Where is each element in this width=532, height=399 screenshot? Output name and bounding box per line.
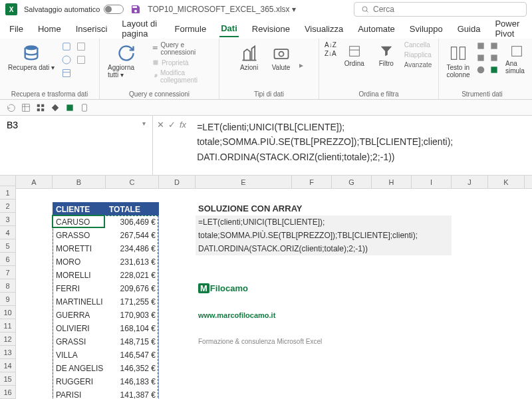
col-header-K[interactable]: K [488, 176, 525, 188]
cell[interactable]: Formazione & consulenza Microsoft Excel [196, 335, 362, 348]
cell[interactable]: 141,387 € [106, 388, 159, 399]
column-headers[interactable]: ABCDEFGHIJK [16, 176, 532, 189]
menu-formule[interactable]: Formule [174, 21, 208, 37]
row-header-16[interactable]: 16 [0, 386, 15, 399]
cell[interactable]: VILLA [53, 348, 106, 362]
cell[interactable]: 146,547 € [106, 348, 159, 362]
cell[interactable]: 170,903 € [106, 309, 159, 322]
cell[interactable]: 234,486 € [106, 242, 159, 255]
formula-input[interactable]: =LET(clienti;UNICI(TBL[CLIENTE]); totale… [190, 116, 532, 175]
cell[interactable]: 148,715 € [106, 335, 159, 348]
spreadsheet[interactable]: 12345678910111213141516 ABCDEFGHIJK CLIE… [0, 176, 532, 399]
cell[interactable]: TOTALE [106, 202, 159, 215]
cell[interactable]: MORO [53, 255, 106, 269]
col-header-D[interactable]: D [159, 176, 196, 188]
existing-icon[interactable] [76, 55, 86, 65]
search-box[interactable] [354, 2, 527, 17]
menu-layout[interactable]: Layout di pagina [120, 16, 161, 41]
cell[interactable]: 171,255 € [106, 295, 159, 309]
sort-asc-icon[interactable]: A↓Z [325, 41, 336, 49]
cancel-formula-icon[interactable]: ✕ [157, 120, 164, 130]
query-conn-button[interactable]: Query e connessioni [152, 41, 213, 56]
cell[interactable]: 209,676 € [106, 282, 159, 295]
relations-icon[interactable] [489, 53, 499, 63]
row-header-11[interactable]: 11 [0, 319, 15, 332]
testo-colonne-button[interactable]: Testo in colonne [444, 41, 472, 81]
row-header-4[interactable]: 4 [0, 226, 15, 239]
aggiorna-button[interactable]: Aggiorna tutti ▾ [105, 41, 148, 81]
from-web-icon[interactable] [61, 55, 72, 65]
menu-inserisci[interactable]: Inserisci [74, 21, 109, 37]
cell[interactable]: 146,352 € [106, 362, 159, 375]
col-header-B[interactable]: B [53, 176, 106, 188]
menu-dati[interactable]: Dati [219, 21, 239, 37]
cell[interactable]: MARTINELLI [53, 295, 106, 309]
recent-icon[interactable] [76, 41, 86, 52]
filtro-button[interactable]: Filtro [372, 41, 400, 70]
cell[interactable]: 267,544 € [106, 229, 159, 242]
cell[interactable]: GRASSO [53, 229, 106, 242]
name-box-input[interactable] [7, 120, 142, 130]
col-header-I[interactable]: I [412, 176, 452, 188]
fx-icon[interactable]: fx [180, 120, 186, 130]
ordina-button[interactable]: Ordina [340, 41, 368, 70]
row-header-6[interactable]: 6 [0, 253, 15, 266]
undo-icon[interactable] [7, 103, 16, 112]
remove-dup-icon[interactable] [476, 53, 485, 63]
cell[interactable]: 168,104 € [106, 322, 159, 335]
cell[interactable]: MFilocamo [196, 282, 329, 295]
col-header-C[interactable]: C [106, 176, 159, 188]
name-box[interactable]: ▾ [0, 116, 153, 175]
autosave-toggle[interactable]: Salvataggio automatico [24, 5, 124, 14]
cell[interactable]: PARISI [53, 388, 106, 399]
select-all-corner[interactable] [0, 176, 16, 186]
cell[interactable]: 228,021 € [106, 269, 159, 282]
menu-visualizza[interactable]: Visualizza [303, 21, 344, 37]
search-input[interactable] [373, 5, 519, 14]
col-header-E[interactable]: E [196, 176, 292, 188]
chevron-down-icon[interactable]: ▾ [142, 120, 146, 127]
cell[interactable]: DE ANGELIS [53, 362, 106, 375]
table-icon[interactable] [21, 103, 31, 112]
cell[interactable]: www.marcofilocamo.it [196, 309, 329, 322]
avanzate-button[interactable]: Avanzate [404, 61, 432, 68]
insert-icon[interactable] [65, 103, 74, 112]
row-header-7[interactable]: 7 [0, 266, 15, 279]
cell[interactable]: CLIENTE [53, 202, 106, 215]
row-header-13[interactable]: 13 [0, 346, 15, 359]
sort-desc-icon[interactable]: Z↓A [325, 50, 336, 57]
cell[interactable]: GRASSI [53, 335, 106, 348]
row-header-2[interactable]: 2 [0, 200, 15, 213]
cell[interactable]: SOLUZIONE CON ARRAY [196, 202, 395, 215]
menu-home[interactable]: Home [37, 21, 63, 37]
col-header-J[interactable]: J [452, 176, 488, 188]
tag-icon[interactable] [51, 103, 60, 112]
consolidate-icon[interactable] [489, 41, 499, 51]
row-header-10[interactable]: 10 [0, 306, 15, 319]
accept-formula-icon[interactable]: ✓ [168, 120, 176, 130]
analisi-button[interactable]: Ana simula [503, 41, 531, 77]
row-header-12[interactable]: 12 [0, 332, 15, 346]
row-header-8[interactable]: 8 [0, 279, 15, 293]
cell[interactable]: CARUSO [53, 215, 106, 229]
col-header-F[interactable]: F [292, 176, 332, 188]
row-header-3[interactable]: 3 [0, 213, 15, 226]
col-header-G[interactable]: G [332, 176, 372, 188]
menu-powerpivot[interactable]: Power Pivot [493, 16, 524, 41]
row-headers[interactable]: 12345678910111213141516 [0, 186, 16, 399]
row-header-1[interactable]: 1 [0, 186, 15, 200]
from-text-icon[interactable] [61, 41, 72, 52]
grid-icon[interactable] [36, 103, 45, 112]
menu-automate[interactable]: Automate [356, 21, 396, 37]
valute-button[interactable]: Valute [267, 41, 295, 74]
row-header-9[interactable]: 9 [0, 293, 15, 306]
cell[interactable]: RUGGERI [53, 375, 106, 388]
datamodel-icon[interactable] [489, 65, 499, 74]
row-header-5[interactable]: 5 [0, 239, 15, 253]
cell[interactable]: OLIVIERI [53, 322, 106, 335]
recupera-dati-button[interactable]: Recupera dati ▾ [5, 41, 57, 74]
from-table-icon[interactable] [61, 68, 72, 78]
cell[interactable]: 146,183 € [106, 375, 159, 388]
cell[interactable]: GUERRA [53, 309, 106, 322]
cell[interactable]: FERRI [53, 282, 106, 295]
